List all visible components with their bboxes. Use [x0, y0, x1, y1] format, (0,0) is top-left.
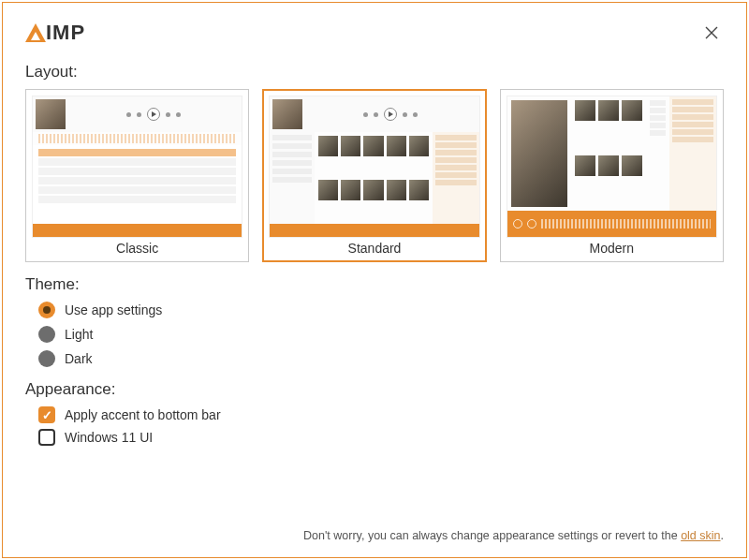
appearance-section-label: Appearance:: [25, 380, 724, 399]
checkbox-label: Windows 11 UI: [65, 430, 153, 445]
logo-icon: [25, 23, 46, 42]
logo-text: IMP: [46, 21, 85, 45]
radio-label: Light: [65, 327, 93, 342]
layout-caption: Classic: [116, 241, 158, 256]
radio-icon: [38, 350, 55, 367]
appearance-option-windows-11-ui[interactable]: Windows 11 UI: [38, 429, 724, 446]
footer-note: Don't worry, you can always change appea…: [246, 527, 724, 544]
old-skin-link[interactable]: old skin: [681, 529, 720, 542]
app-logo: IMP: [25, 21, 85, 45]
dialog-header: IMP: [25, 16, 724, 50]
layout-preview-classic: [32, 96, 242, 238]
footer-text-after: .: [721, 529, 724, 542]
checkbox-label: Apply accent to bottom bar: [65, 407, 221, 422]
layout-caption: Modern: [590, 241, 634, 256]
footer-text-before: Don't worry, you can always change appea…: [303, 529, 681, 542]
theme-option-dark[interactable]: Dark: [38, 350, 724, 367]
theme-section-label: Theme:: [25, 275, 724, 294]
checkbox-icon: [38, 406, 55, 423]
appearance-dialog: IMP Layout: Classic: [2, 2, 747, 558]
layout-caption: Standard: [348, 241, 402, 256]
appearance-checkbox-group: Apply accent to bottom bar Windows 11 UI: [38, 406, 724, 446]
layout-option-standard[interactable]: Standard: [262, 89, 486, 262]
theme-option-use-app-settings[interactable]: Use app settings: [38, 302, 724, 318]
layout-preview-standard: [269, 96, 479, 238]
layout-option-classic[interactable]: Classic: [25, 89, 249, 262]
radio-label: Dark: [65, 351, 93, 366]
appearance-option-accent-bottom-bar[interactable]: Apply accent to bottom bar: [38, 406, 724, 423]
radio-icon: [38, 326, 55, 343]
layout-preview-modern: [507, 96, 717, 238]
layout-section-label: Layout:: [25, 63, 724, 81]
radio-icon: [38, 302, 55, 318]
theme-option-light[interactable]: Light: [38, 326, 724, 343]
checkbox-icon: [38, 429, 55, 446]
radio-label: Use app settings: [65, 302, 162, 317]
layout-option-modern[interactable]: Modern: [500, 89, 724, 262]
theme-radio-group: Use app settings Light Dark: [38, 302, 724, 367]
layout-options: Classic Standard: [25, 89, 724, 262]
close-icon: [705, 26, 718, 39]
close-button[interactable]: [699, 21, 724, 45]
